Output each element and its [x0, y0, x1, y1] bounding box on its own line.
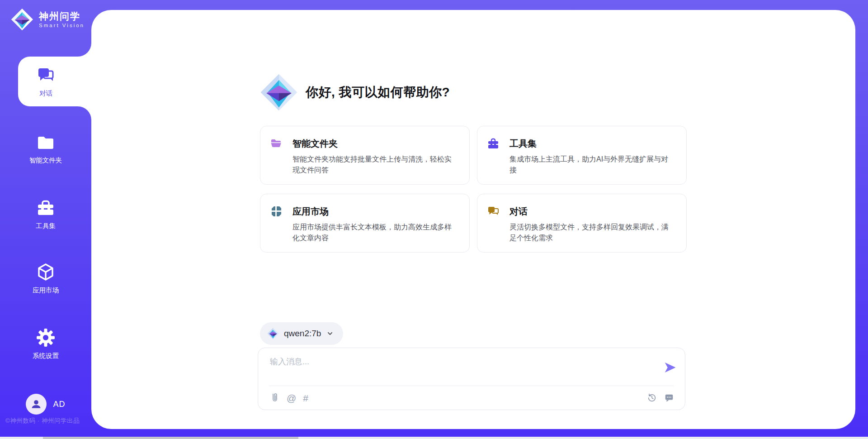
card-description: 智能文件夹功能支持批量文件上传与清洗，轻松实现文件问答 [292, 154, 458, 176]
card-head: 工具集 [487, 137, 675, 150]
chat-icon [487, 205, 500, 218]
brand-gem-icon [260, 73, 298, 111]
app-title-block: 神州问学 Smart Vision [39, 11, 85, 28]
card-description: 灵活切换多模型文件，支持多样回复效果调试，满足个性化需求 [509, 222, 675, 243]
sidebar-item-label: 工具集 [36, 222, 56, 230]
sidebar-item-label: 智能文件夹 [29, 156, 62, 165]
folder-icon [36, 132, 56, 152]
composer-toolbar-left: @ # [269, 392, 308, 403]
folder-open-icon [270, 137, 283, 150]
paperclip-icon[interactable] [269, 392, 280, 403]
card-description: 集成市场上主流工具，助力AI与外界无缝扩展与对接 [509, 154, 675, 176]
app-logo: 神州问学 Smart Vision [11, 8, 85, 31]
horizontal-scrollbar-thumb[interactable] [43, 437, 298, 439]
person-icon [29, 397, 43, 411]
message-input[interactable] [269, 355, 642, 383]
sidebar-item-label: 应用市场 [33, 286, 59, 295]
grid-icon [270, 205, 283, 218]
model-name: qwen2:7b [284, 329, 321, 339]
history-icon[interactable] [647, 393, 657, 403]
card-smart-folder[interactable]: 智能文件夹 智能文件夹功能支持批量文件上传与清洗，轻松实现文件问答 [260, 126, 470, 185]
chat-icon [36, 65, 56, 85]
cube-icon [36, 262, 56, 282]
hash-topic-icon[interactable]: # [303, 393, 308, 403]
card-head: 应用市场 [270, 205, 458, 218]
card-head: 对话 [487, 205, 675, 218]
card-title: 智能文件夹 [292, 138, 338, 150]
card-head: 智能文件夹 [270, 137, 458, 150]
avatar [26, 394, 47, 415]
sidebar-item-smart-folder[interactable]: 智能文件夹 [0, 132, 91, 165]
composer-toolbar-right [647, 393, 674, 403]
send-icon[interactable] [663, 361, 677, 374]
brand-gem-icon [11, 8, 33, 31]
chat-bubble-icon[interactable] [664, 393, 674, 403]
model-selector[interactable]: qwen2:7b [260, 322, 343, 345]
message-composer: @ # [258, 348, 685, 410]
chevron-down-icon [326, 329, 334, 338]
copyright-text: ©神州数码 · 神州问学出品 [5, 417, 96, 425]
sidebar-item-app-market[interactable]: 应用市场 [0, 262, 91, 295]
user-initials: AD [53, 400, 65, 409]
sidebar-item-chat[interactable]: 对话 [18, 57, 93, 106]
horizontal-scrollbar [0, 437, 868, 439]
greeting-block: 你好, 我可以如何帮助你? [260, 73, 450, 111]
card-toolset[interactable]: 工具集 集成市场上主流工具，助力AI与外界无缝扩展与对接 [477, 126, 687, 185]
shortcut-cards: 智能文件夹 智能文件夹功能支持批量文件上传与清洗，轻松实现文件问答 [260, 126, 687, 253]
card-title: 应用市场 [292, 205, 329, 218]
content-column: 你好, 我可以如何帮助你? 智能文件夹 智能文件夹功能支持批量文件上传与清洗，轻… [260, 10, 687, 429]
greeting-title: 你好, 我可以如何帮助你? [306, 84, 450, 101]
card-title: 对话 [509, 205, 528, 218]
card-chat[interactable]: 对话 灵活切换多模型文件，支持多样回复效果调试，满足个性化需求 [477, 194, 687, 253]
card-title: 工具集 [509, 138, 537, 150]
gear-icon [36, 328, 56, 348]
model-gem-icon [267, 328, 279, 339]
composer-toolbar: @ # [269, 386, 674, 410]
sidebar-item-settings[interactable]: 系统设置 [0, 328, 91, 360]
user-account[interactable]: AD [0, 394, 91, 415]
card-description: 应用市场提供丰富长文本模板，助力高效生成多样化文章内容 [292, 222, 458, 243]
at-mention-icon[interactable]: @ [287, 393, 296, 403]
card-app-market[interactable]: 应用市场 应用市场提供丰富长文本模板，助力高效生成多样化文章内容 [260, 194, 470, 253]
sidebar-item-label: 对话 [39, 89, 52, 98]
toolbox-icon [36, 198, 56, 218]
app-tagline: Smart Vision [39, 23, 85, 28]
sidebar-item-toolset[interactable]: 工具集 [0, 198, 91, 230]
app-name: 神州问学 [39, 11, 85, 21]
sidebar-item-label: 系统设置 [33, 352, 59, 360]
toolbox-icon [487, 137, 500, 150]
